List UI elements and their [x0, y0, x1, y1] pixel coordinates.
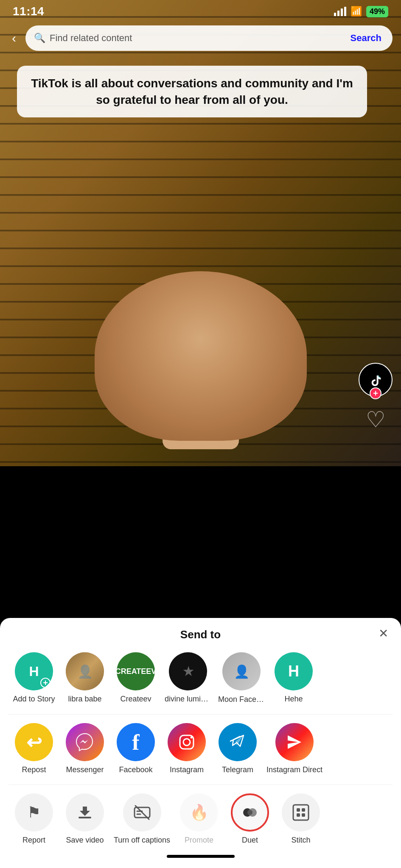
duet-icon: [231, 793, 269, 832]
search-bar-area: ‹ 🔍 Find related content Search: [8, 25, 393, 51]
share-facebook[interactable]: f Facebook: [110, 723, 161, 774]
stitch-label: Stitch: [292, 836, 311, 845]
svg-rect-12: [293, 805, 308, 820]
repost-icon: ↩: [15, 723, 53, 761]
facebook-label: Facebook: [119, 765, 152, 774]
save-video-label: Save video: [66, 836, 104, 845]
svg-point-2: [183, 739, 190, 746]
follow-plus-badge[interactable]: +: [370, 387, 381, 399]
search-icon: 🔍: [34, 33, 45, 44]
telegram-label: Telegram: [222, 765, 253, 774]
close-button[interactable]: ✕: [379, 626, 388, 640]
contact-createev[interactable]: CREATEEV Createev: [110, 652, 161, 704]
signal-bars-icon: [334, 7, 346, 16]
search-button[interactable]: Search: [348, 33, 384, 44]
send-to-title: Send to: [180, 628, 221, 641]
right-icons: + ♡: [359, 363, 393, 432]
moon-face-label: Moon Face 🌚: [218, 695, 265, 704]
promote-label: Promote: [185, 836, 213, 845]
person-face: [95, 271, 307, 441]
back-button[interactable]: ‹: [8, 29, 20, 47]
like-button[interactable]: ♡: [366, 407, 386, 432]
facebook-icon: f: [117, 723, 155, 761]
svg-rect-13: [297, 808, 300, 812]
hehe-label: Hehe: [284, 695, 303, 704]
battery-indicator: 49%: [366, 6, 388, 17]
contact-add-to-story[interactable]: H + Add to Story: [8, 652, 59, 704]
share-instagram-direct[interactable]: Instagram Direct: [263, 723, 326, 774]
action-promote: 🔥 Promote: [174, 793, 224, 845]
hehe-avatar: H: [275, 652, 313, 690]
search-box[interactable]: 🔍 Find related content Search: [25, 25, 393, 51]
svg-rect-14: [302, 808, 305, 812]
stitch-icon: [282, 793, 320, 832]
status-time: 11:14: [13, 5, 44, 18]
contact-divine-luminaire[interactable]: ★ divine luminaire •...: [161, 652, 215, 704]
divider-1: [8, 714, 393, 715]
duet-label: Duet: [242, 836, 258, 845]
contact-moon-face[interactable]: 👤 Moon Face 🌚: [215, 652, 268, 704]
home-indicator: [167, 855, 235, 858]
status-bar: 11:14 📶 49%: [0, 0, 401, 23]
share-repost[interactable]: ↩ Repost: [8, 723, 59, 774]
instagram-direct-icon: [275, 723, 314, 761]
share-apps-row: ↩ Repost Messenger f Facebook: [0, 723, 401, 785]
instagram-direct-label: Instagram Direct: [266, 765, 322, 774]
divider-2: [8, 785, 393, 785]
report-label: Report: [22, 836, 45, 845]
save-video-icon: [66, 793, 104, 832]
share-messenger[interactable]: Messenger: [59, 723, 110, 774]
svg-point-3: [191, 737, 193, 739]
caption-bubble: TikTok is all about conversations and co…: [17, 66, 367, 117]
divine-luminaire-avatar: ★: [169, 652, 207, 690]
status-icons: 📶 49%: [334, 6, 388, 17]
moon-face-avatar: 👤: [222, 652, 261, 690]
send-to-header: Send to ✕: [0, 618, 401, 648]
contact-libra-babe[interactable]: 👤 libra babe: [59, 652, 110, 704]
share-instagram[interactable]: Instagram: [161, 723, 212, 774]
video-area: 11:14 📶 49% ‹ 🔍 Find related content Sea…: [0, 0, 401, 466]
telegram-icon: [219, 723, 257, 761]
contact-hehe[interactable]: H Hehe: [268, 652, 319, 704]
messenger-icon: [66, 723, 104, 761]
action-duet[interactable]: Duet: [224, 793, 275, 845]
share-telegram[interactable]: Telegram: [212, 723, 263, 774]
bottom-sheet: Send to ✕ H + Add to Story 👤 libra babe …: [0, 618, 401, 868]
instagram-label: Instagram: [170, 765, 204, 774]
search-placeholder: Find related content: [50, 33, 344, 44]
libra-babe-avatar: 👤: [66, 652, 104, 690]
action-turn-off-captions[interactable]: Turn off captions: [110, 793, 174, 845]
turn-off-captions-label: Turn off captions: [114, 836, 170, 845]
svg-rect-4: [79, 817, 91, 818]
contacts-row: H + Add to Story 👤 libra babe CREATEEV C…: [0, 648, 401, 714]
turn-off-captions-icon: [123, 793, 161, 832]
add-to-story-label: Add to Story: [13, 695, 55, 704]
action-stitch[interactable]: Stitch: [275, 793, 326, 845]
createev-label: Createev: [120, 695, 151, 704]
report-icon: ⚑: [15, 793, 53, 832]
action-report[interactable]: ⚑ Report: [8, 793, 59, 845]
add-to-story-avatar: H +: [15, 652, 53, 690]
action-save-video[interactable]: Save video: [59, 793, 110, 845]
divine-luminaire-label: divine luminaire •...: [165, 695, 211, 704]
promote-icon: 🔥: [180, 793, 218, 832]
creator-avatar[interactable]: +: [359, 363, 393, 397]
messenger-label: Messenger: [66, 765, 104, 774]
createev-avatar: CREATEEV: [117, 652, 155, 690]
actions-row: ⚑ Report Save video: [0, 793, 401, 849]
instagram-icon: [168, 723, 206, 761]
svg-rect-16: [302, 813, 305, 817]
wifi-icon: 📶: [351, 6, 362, 17]
repost-label: Repost: [22, 765, 46, 774]
libra-babe-label: libra babe: [68, 695, 101, 704]
caption-text: TikTok is all about conversations and co…: [29, 75, 355, 108]
svg-point-11: [247, 810, 252, 815]
svg-rect-15: [297, 813, 300, 817]
